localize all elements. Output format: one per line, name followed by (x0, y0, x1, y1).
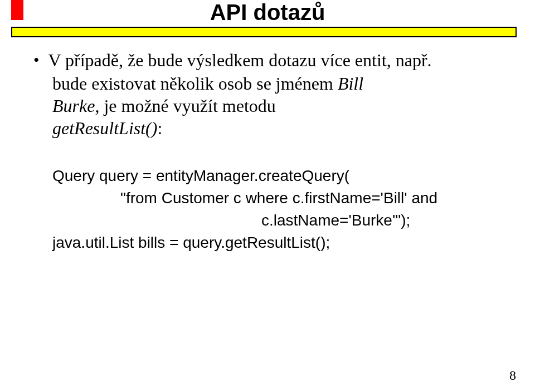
code-line-3: c.lastName='Burke'"); (261, 209, 507, 232)
bullet-row: • V případě, že bude výsledkem dotazu ví… (33, 49, 507, 71)
italic-getresultlist: getResultList() (52, 118, 157, 138)
code-line-4: java.util.List bills = query.getResultLi… (52, 232, 507, 254)
bullet-text-line4: getResultList(): (52, 117, 507, 139)
text-part: bude existovat několik osob se jménem (52, 74, 338, 94)
code-line-1: Query query = entityManager.createQuery( (52, 165, 507, 187)
yellow-divider (11, 27, 517, 37)
page-number: 8 (509, 368, 516, 383)
bullet-text-line3: Burke, je možné využít metodu (52, 95, 507, 117)
bullet-text-line2: bude existovat několik osob se jménem Bi… (52, 72, 507, 95)
code-block: Query query = entityManager.createQuery(… (52, 165, 507, 254)
slide-title: API dotazů (0, 0, 535, 25)
bullet-text-line1: V případě, že bude výsledkem dotazu více… (48, 49, 432, 71)
slide-content: • V případě, že bude výsledkem dotazu ví… (33, 49, 507, 254)
italic-bill: Bill (338, 74, 363, 94)
bullet-dot: • (33, 49, 40, 71)
code-line-2: "from Customer c where c.firstName='Bill… (120, 187, 507, 209)
text-part: , je možné využít metodu (95, 96, 275, 116)
text-part: : (157, 118, 162, 138)
italic-burke: Burke (52, 96, 95, 116)
